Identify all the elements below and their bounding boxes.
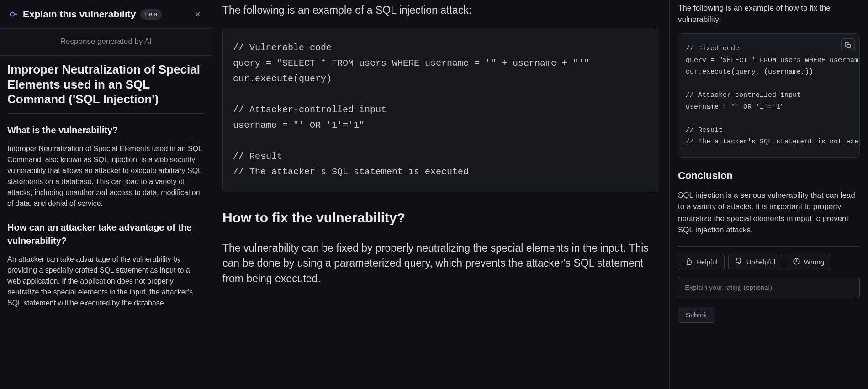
right-panel: The following is an example of how to fi… (670, 0, 868, 389)
fix-heading: How to fix the vulnerability? (222, 208, 659, 228)
section-heading-how-attacker: How can an attacker take advantage of th… (7, 221, 205, 247)
conclusion-body: SQL injection is a serious vulnerability… (678, 189, 860, 236)
thumbs-up-icon (685, 258, 693, 267)
example-intro-text: The following is an example of a SQL inj… (222, 3, 659, 18)
panel-title: Explain this vulnerability (23, 7, 136, 21)
copy-button[interactable] (841, 38, 855, 52)
feedback-input[interactable] (678, 277, 860, 298)
unhelpful-label: Unhelpful (746, 258, 775, 266)
left-body: Improper Neutralization of Special Eleme… (0, 56, 212, 326)
section-body-what: Improper Neutralization of Special Eleme… (7, 143, 205, 209)
fix-example-intro: The following is an example of how to fi… (678, 3, 860, 25)
left-header: Explain this vulnerability Beta (0, 0, 212, 29)
section-body-how-attacker: An attacker can take advantage of the vu… (7, 254, 205, 309)
app-root: Explain this vulnerability Beta Response… (0, 0, 868, 389)
helpful-label: Helpful (696, 258, 718, 266)
fix-body-text: The vulnerability can be fixed by proper… (222, 241, 659, 286)
unhelpful-button[interactable]: Unhelpful (728, 254, 782, 270)
section-heading-what: What is the vulnerability? (7, 124, 205, 137)
conclusion-heading: Conclusion (678, 168, 860, 183)
submit-button[interactable]: Submit (678, 307, 715, 323)
left-panel: Explain this vulnerability Beta Response… (0, 0, 212, 389)
feedback-row: Helpful Unhelpful Wrong (678, 254, 860, 270)
svg-point-2 (796, 263, 797, 263)
wrong-button[interactable]: Wrong (786, 254, 831, 270)
vulnerability-icon (8, 9, 18, 19)
vulnerable-code-block[interactable]: // Vulnerable code query = "SELECT * FRO… (222, 28, 659, 192)
wrong-label: Wrong (804, 258, 824, 266)
feedback-block: Helpful Unhelpful Wrong Submit (678, 246, 860, 323)
vulnerability-title: Improper Neutralization of Special Eleme… (7, 62, 205, 114)
middle-panel: The following is an example of a SQL inj… (212, 0, 670, 389)
thumbs-down-icon (735, 258, 743, 267)
fixed-code-text: // Fixed code query = "SELECT * FROM use… (686, 45, 860, 146)
close-button[interactable] (192, 8, 204, 20)
alert-icon (793, 258, 800, 267)
svg-rect-0 (847, 44, 850, 47)
beta-badge: Beta (140, 9, 162, 20)
helpful-button[interactable]: Helpful (678, 254, 725, 270)
ai-generated-note: Response generated by AI (0, 29, 212, 56)
fixed-code-block[interactable]: // Fixed code query = "SELECT * FROM use… (678, 33, 860, 158)
